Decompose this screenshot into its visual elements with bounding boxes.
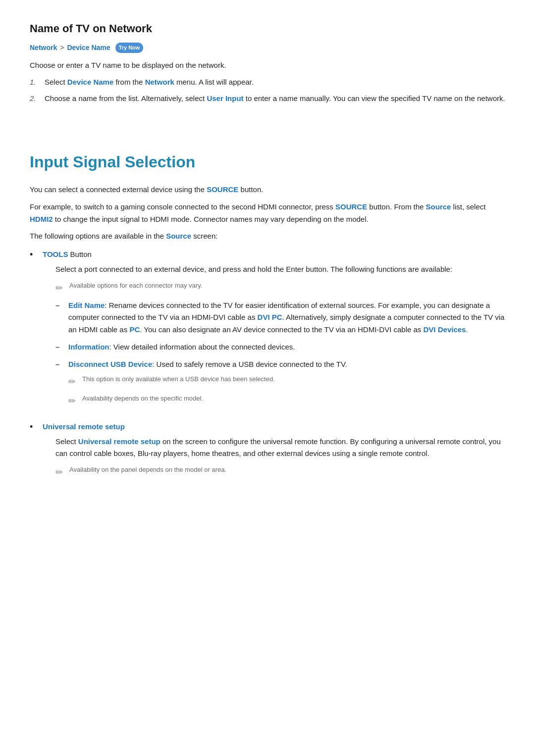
- pencil-icon-2: ✏: [68, 375, 78, 390]
- dash1: –: [55, 300, 63, 336]
- tools-highlight: TOOLS: [43, 250, 68, 258]
- section2-para1: You can select a connected external devi…: [30, 184, 505, 196]
- step-1-highlight1: Device Name: [67, 78, 113, 86]
- tools-body: Select a port connected to an external d…: [55, 263, 505, 276]
- disconnect-content: Disconnect USB Device: Used to safely re…: [68, 358, 347, 413]
- dash-item-disconnect: – Disconnect USB Device: Used to safely …: [55, 358, 505, 413]
- editname-text: Edit Name: Rename devices connected to t…: [68, 300, 505, 336]
- para1-source: SOURCE: [207, 185, 238, 194]
- dash-item-information: – Information: View detailed information…: [55, 341, 505, 353]
- breadcrumb-device-name[interactable]: Device Name: [67, 42, 110, 53]
- disconnect-note1: ✏ This option is only available when a U…: [68, 374, 347, 390]
- section2-para3: The following options are available in t…: [30, 230, 505, 243]
- dash3: –: [55, 358, 63, 413]
- section1-title: Name of TV on Network: [30, 20, 505, 37]
- disconnect-highlight: Disconnect USB Device: [68, 360, 152, 368]
- list-item-universal: • Universal remote setup Select Universa…: [30, 421, 505, 484]
- breadcrumb: Network > Device Name Try Now: [30, 42, 505, 53]
- universal-highlight: Universal remote setup: [43, 422, 125, 431]
- breadcrumb-separator: >: [60, 42, 64, 53]
- tools-dash-list: – Edit Name: Rename devices connected to…: [55, 300, 505, 413]
- section-input-signal: Input Signal Selection You can select a …: [30, 150, 505, 484]
- section-name-of-tv: Name of TV on Network Network > Device N…: [30, 20, 505, 105]
- universal-note1-text: Availability on the panel depends on the…: [69, 465, 226, 475]
- disconnect-note2-text: Availability depends on the specific mod…: [82, 394, 203, 403]
- tools-content: TOOLS Button Select a port connected to …: [43, 249, 505, 418]
- tools-note1: ✏ Available options for each connector m…: [55, 281, 505, 296]
- step-2-highlight1: User Input: [207, 94, 243, 102]
- universal-content: Universal remote setup Select Universal …: [43, 421, 505, 484]
- para2-source1: SOURCE: [335, 202, 367, 211]
- dvidevices-highlight: DVI Devices: [424, 325, 466, 334]
- dash2: –: [55, 341, 63, 353]
- try-now-badge[interactable]: Try Now: [115, 43, 144, 53]
- step-1-highlight2: Network: [145, 78, 174, 86]
- disconnect-text: Disconnect USB Device: Used to safely re…: [68, 360, 347, 368]
- section1-steps: 1. Select Device Name from the Network m…: [30, 76, 505, 105]
- bullet-tools: •: [30, 249, 38, 261]
- editname-highlight: Edit Name: [68, 301, 105, 309]
- dvipc-highlight: DVI PC: [258, 313, 282, 321]
- list-item-tools: • TOOLS Button Select a port connected t…: [30, 249, 505, 418]
- information-text: Information: View detailed information a…: [68, 341, 295, 353]
- step-2-num: 2.: [30, 93, 40, 105]
- tools-label: TOOLS Button: [43, 250, 92, 258]
- section2-title: Input Signal Selection: [30, 150, 505, 175]
- pencil-icon-4: ✏: [55, 465, 65, 480]
- universal-label: Universal remote setup: [43, 422, 125, 431]
- universal-body: Select Universal remote setup on the scr…: [55, 436, 505, 460]
- bullet-universal: •: [30, 421, 38, 433]
- para2-source2: Source: [426, 202, 451, 211]
- universal-note1: ✏ Availability on the panel depends on t…: [55, 465, 505, 480]
- section1-intro: Choose or enter a TV name to be displaye…: [30, 59, 505, 72]
- step-2-text: Choose a name from the list. Alternative…: [45, 93, 505, 105]
- pencil-icon-3: ✏: [68, 394, 78, 409]
- dash-item-editname: – Edit Name: Rename devices connected to…: [55, 300, 505, 336]
- step-1: 1. Select Device Name from the Network m…: [30, 76, 505, 89]
- step-1-num: 1.: [30, 76, 40, 89]
- step-2: 2. Choose a name from the list. Alternat…: [30, 93, 505, 105]
- tools-note1-text: Available options for each connector may…: [69, 281, 202, 291]
- section2-para2: For example, to switch to a gaming conso…: [30, 201, 505, 226]
- pencil-icon: ✏: [55, 281, 65, 296]
- disconnect-note1-text: This option is only available when a USB…: [82, 374, 275, 384]
- source-options-list: • TOOLS Button Select a port connected t…: [30, 249, 505, 484]
- tools-sub: Select a port connected to an external d…: [55, 263, 505, 413]
- breadcrumb-network[interactable]: Network: [30, 42, 57, 53]
- disconnect-note2: ✏ Availability depends on the specific m…: [68, 394, 347, 409]
- universal-body-highlight: Universal remote setup: [78, 437, 160, 446]
- pc-highlight: PC: [129, 325, 140, 334]
- step-1-text: Select Device Name from the Network menu…: [45, 76, 254, 89]
- information-highlight: Information: [68, 343, 109, 351]
- universal-sub: Select Universal remote setup on the scr…: [55, 436, 505, 480]
- para2-hdmi2: HDMI2: [30, 215, 53, 223]
- para3-source: Source: [166, 232, 191, 240]
